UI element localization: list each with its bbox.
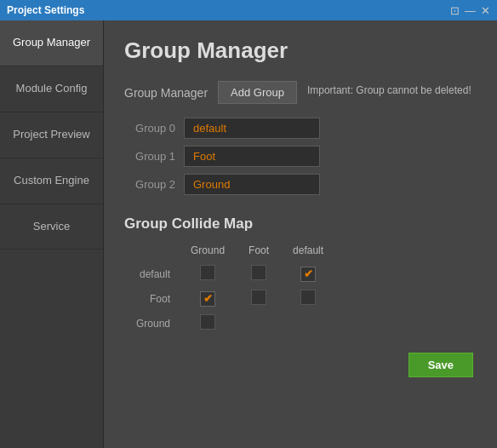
important-note-wrap: Important: Group cannot be deleted! <box>307 81 471 96</box>
group-row-2: Group 2 <box>124 174 477 195</box>
checkbox-default-default[interactable]: ✔ <box>300 267 316 282</box>
sidebar-item-group-manager[interactable]: Group Manager <box>0 20 103 66</box>
sidebar-item-module-config[interactable]: Module Config <box>0 66 103 112</box>
sidebar-item-service[interactable]: Service <box>0 204 103 250</box>
group-1-input[interactable] <box>184 146 320 167</box>
sidebar-item-custom-engine[interactable]: Custom Engine <box>0 158 103 204</box>
row-label-ground: Ground <box>124 311 179 336</box>
checkbox-foot-ground[interactable]: ✔ <box>200 291 215 307</box>
checkbox-default-foot[interactable] <box>251 265 266 280</box>
group-0-label: Group 0 <box>124 122 175 135</box>
table-row: Ground <box>124 311 335 336</box>
app-layout: Group Manager Module Config Project Prev… <box>0 20 497 448</box>
cell-ground-ground <box>179 311 237 336</box>
group-manager-header: Group Manager Add Group Important: Group… <box>124 81 477 104</box>
cell-foot-foot <box>237 286 281 311</box>
add-group-button[interactable]: Add Group <box>218 81 297 104</box>
checkmark-icon: ✔ <box>304 268 313 279</box>
group-2-label: Group 2 <box>124 178 175 191</box>
cell-default-foot <box>237 261 281 286</box>
group-1-label: Group 1 <box>124 150 175 163</box>
minimize-icon[interactable]: — <box>465 5 476 16</box>
cell-foot-default <box>281 286 335 311</box>
checkbox-foot-foot[interactable] <box>251 290 266 305</box>
collide-map-title: Group Collide Map <box>124 215 477 233</box>
close-icon[interactable]: ✕ <box>481 5 490 16</box>
col-header-default: default <box>281 244 335 261</box>
checkbox-default-ground[interactable] <box>200 265 215 280</box>
group-row-1: Group 1 <box>124 146 477 167</box>
checkbox-ground-ground[interactable] <box>200 314 215 330</box>
table-row: Foot ✔ <box>124 286 335 311</box>
save-btn-row: Save <box>124 353 477 377</box>
group-2-input[interactable] <box>184 174 320 195</box>
checkbox-foot-default[interactable] <box>300 290 316 305</box>
group-list: Group 0 Group 1 Group 2 <box>124 118 477 195</box>
main-content: Group Manager Group Manager Add Group Im… <box>104 20 497 448</box>
group-row-0: Group 0 <box>124 118 477 139</box>
table-row: default ✔ <box>124 261 335 286</box>
row-label-foot: Foot <box>124 286 179 311</box>
title-bar-title: Project Settings <box>7 4 84 16</box>
cell-default-default: ✔ <box>281 261 335 286</box>
cell-foot-ground: ✔ <box>179 286 237 311</box>
cell-ground-foot <box>237 311 281 336</box>
title-bar: Project Settings ⊡ — ✕ <box>0 0 497 20</box>
col-header-foot: Foot <box>237 244 281 261</box>
sidebar: Group Manager Module Config Project Prev… <box>0 20 104 448</box>
important-note: Important: Group cannot be deleted! <box>307 81 471 96</box>
collide-table: Ground Foot default default <box>124 244 335 336</box>
sidebar-item-project-preview[interactable]: Project Preview <box>0 112 103 158</box>
save-button[interactable]: Save <box>408 353 473 377</box>
group-0-input[interactable] <box>184 118 320 139</box>
title-bar-controls: ⊡ — ✕ <box>450 5 490 16</box>
checkmark-icon: ✔ <box>203 293 213 304</box>
cell-ground-default <box>281 311 335 336</box>
restore-icon[interactable]: ⊡ <box>450 5 460 16</box>
col-header-ground: Ground <box>179 244 237 261</box>
cell-default-ground <box>179 261 237 286</box>
page-title: Group Manager <box>124 37 477 64</box>
row-label-default: default <box>124 261 179 286</box>
group-manager-label: Group Manager <box>124 81 208 100</box>
